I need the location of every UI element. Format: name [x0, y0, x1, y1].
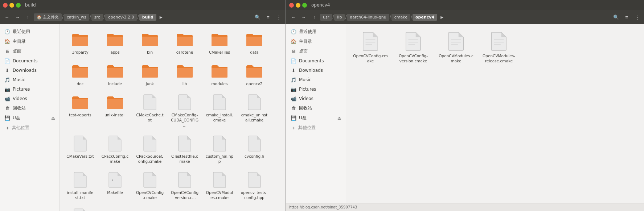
folder-junk[interactable]: junk: [134, 60, 166, 88]
right-view-button[interactable]: ≡: [622, 12, 631, 22]
left-view-button[interactable]: ≡: [263, 12, 273, 22]
breadcrumb-catkin[interactable]: catkin_ws: [64, 14, 89, 21]
left-breadcrumb-more[interactable]: ►: [156, 12, 166, 22]
right-back-button[interactable]: ←: [288, 12, 298, 22]
right-sidebar-usb[interactable]: 💾 U盘 ⏏: [286, 113, 346, 123]
file-opencvtests[interactable]: opencv_tests_config.hpp: [238, 169, 270, 202]
file-doc-icon: [175, 93, 194, 112]
file-label: carotene: [176, 50, 193, 55]
left-eject-button[interactable]: ⏏: [51, 116, 55, 121]
sidebar-item-documents[interactable]: 📄 Documents: [0, 56, 60, 66]
right-eject-button[interactable]: ⏏: [337, 116, 341, 121]
folder-lib[interactable]: lib: [169, 60, 201, 88]
sidebar-item-other[interactable]: ＋ 其他位置: [0, 123, 60, 133]
file-cvconfig[interactable]: cvconfig.h: [238, 132, 270, 166]
right-search-button[interactable]: 🔍: [611, 12, 621, 22]
right-sidebar-pictures[interactable]: 📷 Pictures: [286, 84, 346, 94]
right-maximize-button[interactable]: [302, 3, 307, 8]
folder-icon: [106, 93, 124, 112]
right-sidebar-home[interactable]: 🏠 主目录: [286, 37, 346, 46]
file-cmakevars[interactable]: CMakeVars.txt: [64, 132, 96, 166]
folder-bin[interactable]: bin: [134, 28, 166, 57]
file-opencvconfig[interactable]: OpenCVConfig.cmake: [134, 169, 166, 202]
right-parent-button[interactable]: ↑: [309, 12, 319, 22]
file-cmakecache[interactable]: CMakeCache.txt: [134, 91, 166, 129]
sidebar-item-trash[interactable]: 🗑 回收站: [0, 103, 60, 113]
left-search-button[interactable]: 🔍: [253, 12, 262, 22]
right-sidebar-documents[interactable]: 📄 Documents: [286, 56, 346, 66]
right-sidebar-desktop[interactable]: 🖥 桌面: [286, 46, 346, 56]
file-ctestfile[interactable]: CTestTestfile.cmake: [169, 132, 201, 166]
right-breadcrumb-lib[interactable]: lib: [334, 14, 345, 21]
right-breadcrumb-opencv4[interactable]: opencv4: [413, 14, 437, 21]
left-body: 🕐 最近使用 🏠 主目录 🖥 桌面 📄 Documents ⬇ Download…: [0, 24, 286, 211]
folder-testreports[interactable]: test-reports: [64, 91, 96, 129]
file-customhal[interactable]: custom_hal.hpp: [204, 132, 235, 166]
right-breadcrumb-cmake[interactable]: cmake: [391, 14, 410, 21]
breadcrumb-opencv[interactable]: opencv-3.2.0: [105, 14, 137, 21]
sidebar-item-downloads[interactable]: ⬇ Downloads: [0, 66, 60, 75]
sidebar-item-recent[interactable]: 🕐 最近使用: [0, 27, 60, 37]
right-forward-button[interactable]: →: [299, 12, 308, 22]
file-cpackconfig[interactable]: CPackConfig.cmake: [99, 132, 131, 166]
file-installmanifest[interactable]: install_manifest.txt: [64, 169, 96, 202]
right-breadcrumb-more[interactable]: ►: [437, 12, 447, 22]
breadcrumb-src[interactable]: src: [91, 14, 103, 21]
right-file-label: OpenCVModules-release.cmake: [481, 54, 517, 63]
left-back-button[interactable]: ←: [2, 12, 12, 22]
file-versionstring[interactable]: version_string.tmp: [64, 205, 96, 211]
left-forward-button[interactable]: →: [13, 12, 22, 22]
folder-opencv2[interactable]: opencv2: [238, 60, 270, 88]
right-breadcrumb-arch[interactable]: aarch64-linux-gnu: [347, 14, 389, 21]
right-home-label: 主目录: [299, 38, 341, 45]
right-file-opencvmodules[interactable]: OpenCVModules.cmake: [436, 28, 476, 65]
folder-doc[interactable]: doc: [64, 60, 96, 88]
usb-icon: 💾: [4, 115, 10, 121]
folder-icon: [71, 30, 90, 49]
file-cmake-install[interactable]: cmake_install.cmake: [204, 91, 235, 129]
left-menu-button[interactable]: ⋮: [274, 12, 283, 22]
folder-3rdparty[interactable]: 3rdparty: [64, 28, 96, 57]
file-cmake-uninstall[interactable]: cmake_uninstall.cmake: [238, 91, 270, 129]
breadcrumb-build[interactable]: build: [139, 14, 156, 21]
right-sidebar-recent[interactable]: 🕐 最近使用: [286, 27, 346, 37]
file-cpacksource[interactable]: CPackSourceConfig.cmake: [134, 132, 166, 166]
right-breadcrumb-usr[interactable]: usr: [320, 14, 332, 21]
right-sidebar-videos[interactable]: 📹 Videos: [286, 94, 346, 103]
sidebar-recent-label: 最近使用: [13, 29, 55, 35]
sidebar-item-desktop[interactable]: 🖥 桌面: [0, 46, 60, 56]
folder-carotene[interactable]: carotene: [169, 28, 201, 57]
right-sidebar-other[interactable]: ＋ 其他位置: [286, 123, 346, 133]
right-file-opencvmodules-release[interactable]: OpenCVModules-release.cmake: [479, 28, 519, 65]
right-menu-button[interactable]: ⋮: [632, 12, 642, 22]
right-file-opencvconfig[interactable]: OpenCVConfig.cmake: [350, 28, 390, 65]
right-sidebar-trash[interactable]: 🗑 回收站: [286, 103, 346, 113]
right-file-opencvconfig-version[interactable]: OpenCVConfig-version.cmake: [393, 28, 433, 65]
folder-data[interactable]: data: [238, 28, 270, 57]
folder-unixinstall[interactable]: unix-install: [99, 91, 131, 129]
left-maximize-button[interactable]: [16, 3, 21, 8]
file-makefile[interactable]: Makefile: [99, 169, 131, 202]
file-label: OpenCVConfig.cmake: [136, 190, 164, 200]
file-opencvmodules[interactable]: OpenCVModules.cmake: [204, 169, 235, 202]
folder-icon: [106, 30, 124, 49]
breadcrumb-home[interactable]: 🏠 主文件夹: [34, 13, 62, 21]
sidebar-item-usb[interactable]: 💾 U盘 ⏏: [0, 113, 60, 123]
folder-include[interactable]: include: [99, 60, 131, 88]
left-minimize-button[interactable]: [9, 3, 14, 8]
folder-cmakefiles[interactable]: CMakeFiles: [204, 28, 235, 57]
file-cmakeconfig-cuda[interactable]: CMakeConfig-CUDA_CONFIG...: [169, 91, 201, 129]
left-close-button[interactable]: [3, 3, 8, 8]
right-sidebar-downloads[interactable]: ⬇ Downloads: [286, 66, 346, 75]
file-opencvconfig-version[interactable]: OpenCVConfig-version.c...: [169, 169, 201, 202]
right-sidebar-music[interactable]: 🎵 Music: [286, 75, 346, 84]
sidebar-item-videos[interactable]: 📹 Videos: [0, 94, 60, 103]
sidebar-item-music[interactable]: 🎵 Music: [0, 75, 60, 84]
sidebar-item-home[interactable]: 🏠 主目录: [0, 37, 60, 46]
sidebar-item-pictures[interactable]: 📷 Pictures: [0, 84, 60, 94]
folder-modules[interactable]: modules: [204, 60, 235, 88]
folder-apps[interactable]: apps: [99, 28, 131, 57]
right-minimize-button[interactable]: [296, 3, 300, 8]
right-close-button[interactable]: [289, 3, 294, 8]
left-parent-button[interactable]: ↑: [23, 12, 33, 22]
